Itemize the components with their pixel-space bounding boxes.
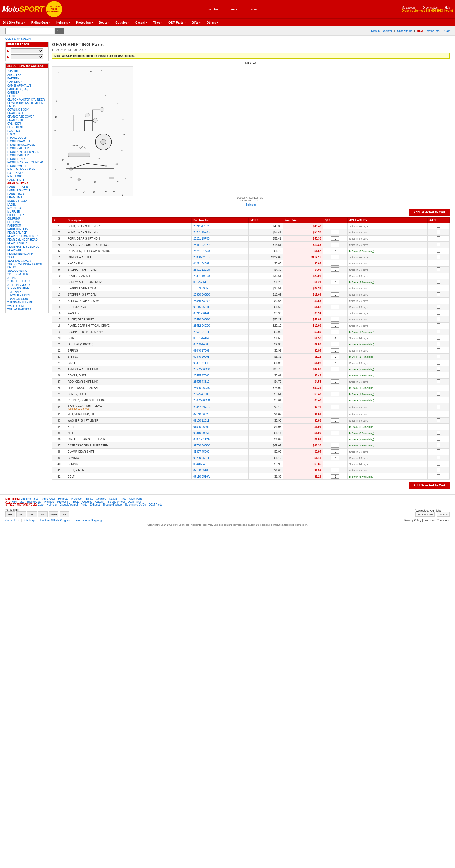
category-item-30[interactable]: GASKET SET bbox=[7, 178, 47, 182]
cell-part[interactable]: 25600-06G10 bbox=[192, 385, 249, 391]
terms-link[interactable]: Terms and Conditions bbox=[423, 519, 450, 522]
category-item-13[interactable]: CRANKSHAFT bbox=[7, 118, 47, 122]
cell-part[interactable]: 25301-19E00 bbox=[192, 273, 249, 279]
qty-input[interactable] bbox=[331, 398, 339, 402]
add-checkbox[interactable] bbox=[436, 373, 440, 377]
qty-input[interactable] bbox=[331, 456, 339, 460]
qty-input[interactable] bbox=[331, 450, 339, 454]
category-item-4[interactable]: CAMSHAFT/VALVE bbox=[7, 84, 47, 87]
add-checkbox[interactable] bbox=[436, 243, 440, 246]
add-checkbox[interactable] bbox=[436, 249, 440, 253]
footer-street-casual[interactable]: Casual Apparel bbox=[60, 503, 78, 506]
cell-part[interactable]: 25510-06G10 bbox=[192, 316, 249, 322]
category-item-62[interactable]: THROTTLE BODY bbox=[7, 294, 47, 297]
add-checkbox[interactable] bbox=[436, 311, 440, 315]
cell-part[interactable]: 31497-45000 bbox=[192, 448, 249, 455]
category-item-42[interactable]: OPTIONAL bbox=[7, 220, 47, 224]
category-item-44[interactable]: RADIATOR HOSE bbox=[7, 227, 47, 231]
qty-input[interactable] bbox=[331, 367, 339, 371]
footer-atv-protection[interactable]: Protection bbox=[57, 500, 69, 503]
add-checkbox[interactable] bbox=[436, 323, 440, 327]
qty-input[interactable] bbox=[331, 379, 339, 384]
category-item-25[interactable]: FRONT MASTER CYLINDER bbox=[7, 161, 47, 164]
category-item-33[interactable]: HANDLE SWITCH bbox=[7, 189, 47, 192]
nav-protection[interactable]: Protection ▼ bbox=[73, 20, 96, 25]
category-item-22[interactable]: FRONT CYLINDER HEAD bbox=[7, 150, 47, 154]
qty-input[interactable] bbox=[331, 468, 339, 472]
category-item-53[interactable]: SEAT TAIL COVER bbox=[7, 259, 47, 262]
qty-input[interactable] bbox=[331, 474, 339, 478]
qty-input[interactable] bbox=[331, 418, 339, 423]
privacy-link[interactable]: Privacy Policy bbox=[404, 519, 421, 522]
add-checkbox[interactable] bbox=[436, 385, 440, 390]
cell-part[interactable]: 25525-47000 bbox=[192, 372, 249, 378]
cell-part[interactable]: 25552-06G00 bbox=[192, 366, 249, 372]
add-checkbox[interactable] bbox=[436, 431, 440, 435]
cell-part[interactable]: 25301-12C00 bbox=[192, 267, 249, 273]
cell-part[interactable]: 09140-06025 bbox=[192, 411, 249, 417]
footer-atv-parts[interactable]: ATV Parts bbox=[12, 500, 24, 503]
add-checkbox[interactable] bbox=[436, 348, 440, 352]
cell-part[interactable]: 09209-05011 bbox=[192, 455, 249, 461]
add-checkbox[interactable] bbox=[436, 255, 440, 259]
category-item-34[interactable]: HANDLEBAR bbox=[7, 192, 47, 196]
cell-part[interactable]: 25652-20C00 bbox=[192, 397, 249, 403]
qty-input[interactable] bbox=[331, 336, 339, 340]
footer-street-gear[interactable]: Gear bbox=[38, 503, 44, 506]
ride-select-2[interactable] bbox=[10, 54, 43, 59]
nav-boots[interactable]: Boots ▼ bbox=[96, 20, 113, 25]
category-item-21[interactable]: FRONT CALIPER bbox=[7, 147, 47, 150]
category-item-65[interactable]: WATER PUMP bbox=[7, 304, 47, 308]
category-item-10[interactable]: COWLING BODY bbox=[7, 108, 47, 112]
add-checkbox[interactable] bbox=[436, 367, 440, 371]
add-checkbox[interactable] bbox=[436, 379, 440, 383]
qty-input[interactable] bbox=[331, 243, 339, 247]
footer-street-helmets[interactable]: Helmets bbox=[47, 503, 57, 506]
category-item-9[interactable]: COWL BODY INSTALLATION PARTS bbox=[7, 101, 47, 108]
cell-part[interactable]: 25671-01011 bbox=[192, 329, 249, 335]
cell-part[interactable]: 08310-00067 bbox=[192, 430, 249, 436]
add-checkbox[interactable] bbox=[436, 392, 440, 396]
category-item-41[interactable]: OIL PUMP bbox=[7, 217, 47, 220]
qty-input[interactable] bbox=[331, 236, 339, 241]
category-item-20[interactable]: FRONT BRAKE HOSE bbox=[7, 143, 47, 147]
category-item-31[interactable]: GEAR SHIFTING bbox=[7, 182, 47, 185]
nav-riding-gear[interactable]: Riding Gear ▼ bbox=[29, 20, 54, 25]
qty-input[interactable] bbox=[331, 431, 339, 435]
cell-part[interactable]: 08331-31146 bbox=[192, 360, 249, 366]
nav-oem-parts[interactable]: OEM Parts ▼ bbox=[166, 20, 189, 25]
qty-input[interactable] bbox=[331, 462, 339, 466]
qty-input[interactable] bbox=[331, 249, 339, 253]
qty-input[interactable] bbox=[331, 437, 339, 441]
category-item-51[interactable]: REARWINNING ARM bbox=[7, 252, 47, 255]
footer-atv-boots[interactable]: Boots bbox=[72, 500, 79, 503]
add-checkbox[interactable] bbox=[436, 456, 440, 459]
cell-part[interactable]: 25355-38F00 bbox=[192, 298, 249, 304]
footer-dirt-parts[interactable]: Dirt Bike Parts bbox=[21, 497, 38, 500]
footer-street-tires[interactable]: Tires and Wheel bbox=[103, 503, 122, 506]
add-checkbox[interactable] bbox=[436, 437, 440, 441]
category-item-26[interactable]: FRONT WHEEL bbox=[7, 164, 47, 168]
contact-us-link[interactable]: Contact Us bbox=[5, 519, 19, 522]
add-checkbox[interactable] bbox=[436, 292, 440, 296]
cell-part[interactable]: 09440-20001 bbox=[192, 354, 249, 360]
category-item-15[interactable]: ELECTRICAL bbox=[7, 125, 47, 129]
add-checkbox[interactable] bbox=[436, 230, 440, 234]
add-checkbox[interactable] bbox=[436, 405, 440, 409]
add-selected-to-cart-top[interactable]: Add Selected to Cart bbox=[409, 209, 450, 216]
footer-dirt-casual[interactable]: Casual bbox=[109, 497, 117, 500]
qty-input[interactable] bbox=[331, 412, 339, 416]
category-item-18[interactable]: FRAME COVER bbox=[7, 136, 47, 140]
cell-part[interactable]: 09440-17009 bbox=[192, 347, 249, 354]
international-link[interactable]: International Shipping bbox=[76, 519, 102, 522]
cell-part[interactable]: 25211-17E01 bbox=[192, 223, 249, 229]
cell-part[interactable]: 07110-0516A bbox=[192, 473, 249, 480]
category-item-56[interactable]: SPEEDOMETER bbox=[7, 273, 47, 276]
add-checkbox[interactable] bbox=[436, 468, 440, 472]
qty-input[interactable] bbox=[331, 373, 339, 377]
category-item-46[interactable]: REAR CUSHION LEVER bbox=[7, 235, 47, 238]
category-item-17[interactable]: FRAME bbox=[7, 132, 47, 136]
add-checkbox[interactable] bbox=[436, 317, 440, 321]
enlarger-link[interactable]: Enlarger bbox=[246, 203, 256, 206]
qty-input[interactable] bbox=[331, 311, 339, 315]
